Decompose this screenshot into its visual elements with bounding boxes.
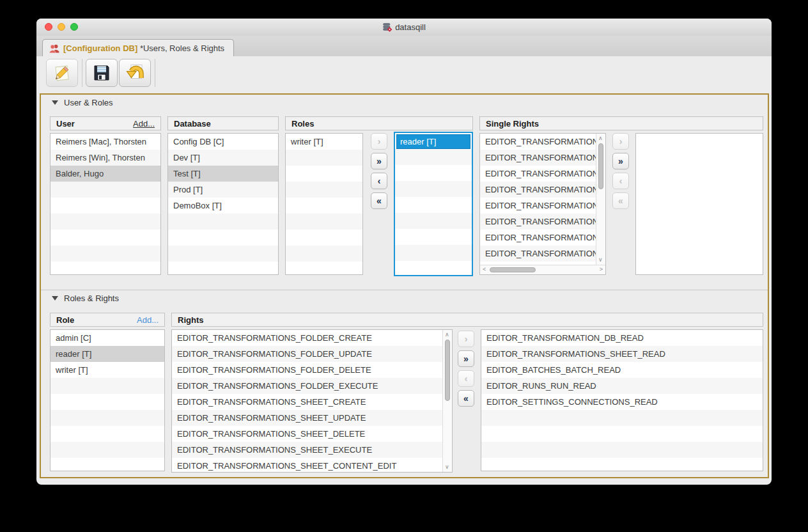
vertical-scrollbar[interactable]: ∧ ∨ bbox=[596, 134, 605, 265]
scroll-down-icon[interactable]: ∨ bbox=[598, 257, 603, 263]
single-rights-panel-header: Single Rights bbox=[479, 116, 763, 130]
database-list-item[interactable]: Prod [T] bbox=[168, 182, 278, 198]
transfer-button: › bbox=[458, 331, 474, 347]
user-list[interactable]: Reimers [Mac], ThorstenReimers [Win], Th… bbox=[50, 133, 161, 275]
right-item[interactable]: EDITOR_TRANSFORMATIONS_SHEET_UPDATE bbox=[172, 410, 442, 426]
role-list[interactable]: admin [C]reader [T]writer [T] bbox=[50, 329, 165, 471]
scroll-up-icon[interactable]: ∧ bbox=[598, 136, 603, 141]
database-list-item[interactable]: DemoBox [T] bbox=[168, 198, 278, 214]
app-window: datasqill [Configuration DB] *Users, Rol… bbox=[36, 19, 772, 485]
transfer-button[interactable]: « bbox=[371, 192, 387, 209]
collapse-triangle-icon bbox=[52, 296, 58, 301]
single-right-item[interactable]: EDITOR_TRANSFORMATION bbox=[480, 214, 596, 230]
rights-available-items[interactable]: EDITOR_TRANSFORMATIONS_FOLDER_CREATEEDIT… bbox=[172, 330, 442, 472]
right-item[interactable]: EDITOR_TRANSFORMATIONS_FOLDER_EXECUTE bbox=[172, 378, 442, 394]
database-list-item[interactable]: Dev [T] bbox=[168, 150, 278, 166]
minimize-button[interactable] bbox=[58, 23, 65, 31]
section-title: Roles & Rights bbox=[64, 293, 119, 303]
right-assigned-item[interactable]: EDITOR_TRANSFORMATIONS_SHEET_READ bbox=[481, 346, 763, 362]
database-list-item[interactable]: Test [T] bbox=[168, 166, 278, 182]
roles-header-label: Roles bbox=[291, 119, 314, 129]
single-right-item[interactable]: EDITOR_TRANSFORMATION bbox=[480, 150, 596, 166]
users-roles-rights-view: User & Roles User Add... Reimers [Mac], … bbox=[40, 93, 769, 478]
single-rights-transfer-buttons: ›»‹« bbox=[612, 133, 629, 209]
role-list-item[interactable]: writer [T] bbox=[50, 362, 164, 378]
right-item[interactable]: EDITOR_TRANSFORMATIONS_SHEET_CONTENT_EDI… bbox=[172, 458, 442, 472]
transfer-button[interactable]: ‹ bbox=[371, 173, 387, 189]
scroll-left-icon[interactable]: < bbox=[483, 267, 486, 272]
single-right-item[interactable]: EDITOR_TRANSFORMATION bbox=[480, 134, 596, 150]
undo-button[interactable] bbox=[119, 59, 151, 87]
transfer-button: › bbox=[371, 133, 387, 150]
scroll-up-icon[interactable]: ∧ bbox=[445, 332, 449, 338]
right-assigned-item[interactable]: EDITOR_TRANSFORMATION_DB_READ bbox=[481, 330, 763, 346]
toolbar-separator bbox=[155, 59, 155, 87]
window-controls bbox=[45, 23, 78, 31]
tab-users-roles-rights[interactable]: [Configuration DB] *Users, Roles & Right… bbox=[42, 39, 234, 57]
database-list[interactable]: Config DB [C]Dev [T]Test [T]Prod [T]Demo… bbox=[167, 133, 279, 275]
tab-bar: [Configuration DB] *Users, Roles & Right… bbox=[36, 36, 772, 57]
collapse-triangle-icon bbox=[52, 100, 58, 105]
right-item[interactable]: EDITOR_TRANSFORMATIONS_FOLDER_DELETE bbox=[172, 362, 442, 378]
horizontal-scrollbar[interactable]: < > bbox=[480, 265, 605, 274]
single-rights-assigned-list[interactable] bbox=[635, 133, 763, 275]
close-button[interactable] bbox=[45, 23, 52, 31]
users-icon bbox=[49, 43, 59, 53]
single-rights-available-items[interactable]: EDITOR_TRANSFORMATIONEDITOR_TRANSFORMATI… bbox=[480, 134, 596, 265]
scrollbar-thumb[interactable] bbox=[490, 267, 536, 272]
roles-available-list[interactable]: writer [T] bbox=[285, 133, 363, 275]
transfer-button[interactable]: « bbox=[458, 390, 474, 407]
right-assigned-item[interactable]: EDITOR_BATCHES_BATCH_READ bbox=[481, 362, 763, 378]
title-bar: datasqill bbox=[36, 19, 772, 36]
right-assigned-item[interactable]: EDITOR_RUNS_RUN_READ bbox=[481, 378, 763, 394]
save-icon bbox=[92, 63, 111, 82]
add-role-link[interactable]: Add... bbox=[137, 315, 159, 325]
transfer-button: « bbox=[612, 192, 629, 209]
role-header-label: Role bbox=[56, 315, 74, 325]
database-list-item[interactable]: Config DB [C] bbox=[168, 134, 278, 150]
single-right-item[interactable]: EDITOR_TRANSFORMATION bbox=[480, 182, 596, 198]
user-list-item[interactable]: Balder, Hugo bbox=[50, 166, 160, 182]
section-header-roles-rights[interactable]: Roles & Rights bbox=[41, 290, 768, 306]
role-available-item[interactable]: writer [T] bbox=[286, 134, 362, 150]
scrollbar-thumb[interactable] bbox=[598, 143, 603, 189]
right-item[interactable]: EDITOR_TRANSFORMATIONS_FOLDER_CREATE bbox=[172, 330, 442, 346]
add-user-link[interactable]: Add... bbox=[133, 119, 155, 129]
transfer-button[interactable]: » bbox=[458, 350, 474, 367]
transfer-button[interactable]: » bbox=[612, 153, 629, 169]
scrollbar-thumb[interactable] bbox=[445, 340, 450, 401]
section-header-user-roles[interactable]: User & Roles bbox=[41, 95, 768, 110]
role-list-item[interactable]: reader [T] bbox=[50, 346, 164, 362]
single-rights-available-list[interactable]: EDITOR_TRANSFORMATIONEDITOR_TRANSFORMATI… bbox=[479, 133, 606, 275]
single-right-item[interactable]: EDITOR_TRANSFORMATION bbox=[480, 246, 596, 262]
single-rights-header-label: Single Rights bbox=[486, 119, 539, 129]
transfer-button: ‹ bbox=[612, 173, 629, 189]
user-list-item[interactable]: Reimers [Win], Thorsten bbox=[50, 150, 160, 166]
role-assigned-item[interactable]: reader [T] bbox=[396, 134, 470, 149]
right-item[interactable]: EDITOR_TRANSFORMATIONS_SHEET_CREATE bbox=[172, 394, 442, 410]
vertical-scrollbar[interactable]: ∧ ∨ bbox=[442, 330, 452, 472]
roles-assigned-list[interactable]: reader [T] bbox=[394, 132, 473, 276]
roles-transfer-buttons: ›»‹« bbox=[371, 133, 387, 209]
right-item[interactable]: EDITOR_TRANSFORMATIONS_SHEET_EXECUTE bbox=[172, 442, 442, 458]
right-item[interactable]: EDITOR_TRANSFORMATIONS_FOLDER_UPDATE bbox=[172, 346, 442, 362]
rights-available-list[interactable]: EDITOR_TRANSFORMATIONS_FOLDER_CREATEEDIT… bbox=[171, 329, 453, 473]
rights-assigned-list[interactable]: EDITOR_TRANSFORMATION_DB_READEDITOR_TRAN… bbox=[481, 329, 763, 471]
transfer-button: › bbox=[612, 133, 629, 150]
single-right-item[interactable]: EDITOR_TRANSFORMATION bbox=[480, 198, 596, 214]
scroll-right-icon[interactable]: > bbox=[600, 267, 603, 272]
right-item[interactable]: EDITOR_TRANSFORMATIONS_SHEET_DELETE bbox=[172, 426, 442, 442]
single-right-item[interactable]: EDITOR_TRANSFORMATION bbox=[480, 230, 596, 246]
save-button[interactable] bbox=[86, 59, 118, 87]
scroll-down-icon[interactable]: ∨ bbox=[445, 464, 449, 470]
right-assigned-item[interactable]: EDITOR_SETTINGS_CONNECTIONS_READ bbox=[481, 394, 763, 410]
rights-header-label: Rights bbox=[178, 315, 203, 325]
undo-icon bbox=[125, 63, 144, 82]
user-list-item[interactable]: Reimers [Mac], Thorsten bbox=[50, 134, 160, 150]
zoom-button[interactable] bbox=[70, 23, 78, 31]
edit-button[interactable] bbox=[46, 59, 78, 87]
single-right-item[interactable]: EDITOR_TRANSFORMATION bbox=[480, 166, 596, 182]
transfer-button[interactable]: » bbox=[371, 153, 387, 169]
database-panel-header: Database bbox=[167, 116, 279, 130]
role-list-item[interactable]: admin [C] bbox=[50, 330, 164, 346]
